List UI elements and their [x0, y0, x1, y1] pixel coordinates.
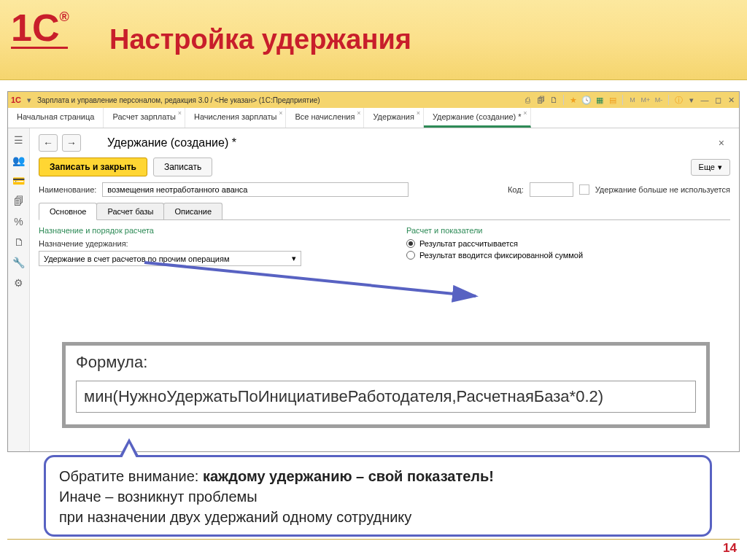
close-icon[interactable]: ×: [357, 109, 360, 117]
subtab-main[interactable]: Основное: [39, 203, 97, 220]
logo-1c-text: 1C®: [11, 11, 77, 45]
m-minus-icon[interactable]: M: [627, 95, 638, 105]
tab-deduction-create[interactable]: Удержание (создание) *×: [424, 108, 531, 128]
dropdown2-icon[interactable]: ▾: [686, 95, 697, 105]
chevron-down-icon: ▾: [718, 163, 722, 172]
tab-home[interactable]: Начальная страница: [8, 108, 104, 128]
close-icon[interactable]: ×: [523, 109, 527, 117]
close-icon[interactable]: ×: [178, 109, 182, 117]
close-page-button[interactable]: ×: [713, 137, 730, 149]
nav-forward-button[interactable]: →: [62, 134, 81, 152]
clock-icon[interactable]: 🕓: [581, 95, 592, 105]
radio-fixed-label: Результат вводится фиксированной суммой: [419, 251, 583, 260]
disabled-checkbox[interactable]: [579, 184, 589, 195]
chevron-down-icon: ▾: [292, 254, 296, 263]
side-toolbar: ☰ 👥 💳 🗐 % 🗋 🔧 ⚙: [8, 128, 30, 451]
section-calc: Расчет и показатели: [406, 226, 730, 235]
code-label: Код:: [508, 185, 524, 194]
note-line1a: Обратите внимание:: [59, 468, 203, 484]
tab-accruals-label: Начисления зарплаты: [194, 112, 276, 121]
star-icon[interactable]: ★: [568, 95, 578, 105]
close-icon[interactable]: ×: [417, 109, 420, 117]
slide-header: 1C® Настройка удержания: [0, 0, 747, 80]
m-plus-icon[interactable]: M+: [640, 95, 651, 105]
name-input[interactable]: [102, 182, 409, 197]
close-window-icon[interactable]: ✕: [726, 95, 736, 105]
name-label: Наименование:: [39, 185, 96, 194]
purpose-value: Удержание в счет расчетов по прочим опер…: [44, 254, 230, 263]
nav-back-button[interactable]: ←: [39, 134, 58, 152]
subtab-desc[interactable]: Описание: [163, 203, 222, 219]
doc-icon[interactable]: 🗐: [535, 95, 546, 105]
sub-tabs: Основное Расчет базы Описание: [39, 203, 730, 220]
formula-label: Формула:: [76, 353, 696, 372]
page-number: 14: [723, 541, 737, 556]
minimize-icon[interactable]: —: [700, 95, 710, 105]
app-screenshot: 1C ▾ Зарплата и управление персоналом, р…: [7, 91, 740, 452]
page-title: Удержание (создание) *: [107, 136, 236, 149]
slide-title: Настройка удержания: [109, 24, 411, 55]
print-icon[interactable]: ⎙: [522, 95, 533, 105]
section-purpose: Назначение и порядок расчета: [39, 226, 363, 235]
disabled-label: Удержание больше не используется: [595, 185, 730, 194]
radio-calculated[interactable]: [406, 239, 415, 248]
tab-deductions[interactable]: Удержания×: [364, 108, 423, 128]
maximize-icon[interactable]: ◻: [713, 95, 723, 105]
bottom-rule: [7, 539, 740, 540]
formula-callout: Формула: мин(НужноУдержатьПоИнициативеРа…: [62, 342, 710, 428]
card-icon[interactable]: 💳: [12, 175, 26, 187]
formula-text: мин(НужноУдержатьПоИнициативеРаботодател…: [76, 381, 696, 413]
calc-icon[interactable]: ▦: [595, 95, 605, 105]
m-minus2-icon[interactable]: M-: [654, 95, 664, 105]
save-button[interactable]: Записать: [153, 158, 212, 176]
save-and-close-button[interactable]: Записать и закрыть: [39, 158, 147, 176]
note-line1b: каждому удержанию – свой показатель!: [203, 468, 494, 484]
menu-icon[interactable]: ☰: [12, 134, 26, 146]
app-icon: 1C: [11, 95, 21, 105]
app-titlebar: 1C ▾ Зарплата и управление персоналом, р…: [8, 92, 739, 108]
radio-calc-label: Результат рассчитывается: [419, 239, 518, 248]
tab-deduct-label: Удержания: [373, 112, 414, 121]
gear-icon[interactable]: ⚙: [12, 277, 26, 289]
percent-icon[interactable]: %: [12, 216, 26, 228]
report-icon[interactable]: 🗋: [12, 236, 26, 248]
tab-accruals[interactable]: Начисления зарплаты×: [185, 108, 286, 128]
app-title: Зарплата и управление персоналом, редакц…: [37, 96, 320, 104]
tab-salary-calc[interactable]: Расчет зарплаты×: [104, 108, 185, 128]
info-icon[interactable]: ⓘ: [673, 95, 684, 105]
doc2-icon[interactable]: 🗐: [12, 195, 26, 207]
subtab-base[interactable]: Расчет базы: [96, 203, 164, 219]
note-callout: Обратите внимание: каждому удержанию – с…: [44, 455, 712, 537]
tab-salary-label: Расчет зарплаты: [112, 112, 176, 121]
copy-icon[interactable]: 🗋: [549, 95, 559, 105]
note-line3: при назначении двух удержаний одному сот…: [59, 507, 697, 527]
more-button[interactable]: Еще▾: [691, 159, 730, 176]
close-icon[interactable]: ×: [279, 109, 282, 117]
note-line2: Иначе – возникнут проблемы: [59, 486, 697, 507]
calendar-icon[interactable]: ▤: [608, 95, 618, 105]
more-label: Еще: [699, 163, 715, 171]
tab-home-label: Начальная страница: [17, 112, 94, 121]
document-tabs: Начальная страница Расчет зарплаты× Начи…: [8, 108, 739, 128]
tab-create-label: Удержание (создание) *: [433, 112, 522, 121]
purpose-label: Назначение удержания:: [39, 239, 363, 248]
radio-fixed[interactable]: [406, 251, 415, 260]
logo-1c: 1C®: [11, 11, 77, 49]
dropdown-icon[interactable]: ▾: [24, 95, 34, 105]
code-input[interactable]: [530, 182, 573, 197]
purpose-select[interactable]: Удержание в счет расчетов по прочим опер…: [39, 251, 301, 266]
people-icon[interactable]: 👥: [12, 155, 26, 166]
note-line1: Обратите внимание: каждому удержанию – с…: [59, 466, 697, 486]
wrench-icon[interactable]: 🔧: [12, 257, 26, 268]
tab-all-accruals[interactable]: Все начисления×: [286, 108, 364, 128]
tab-all-label: Все начисления: [295, 112, 355, 121]
